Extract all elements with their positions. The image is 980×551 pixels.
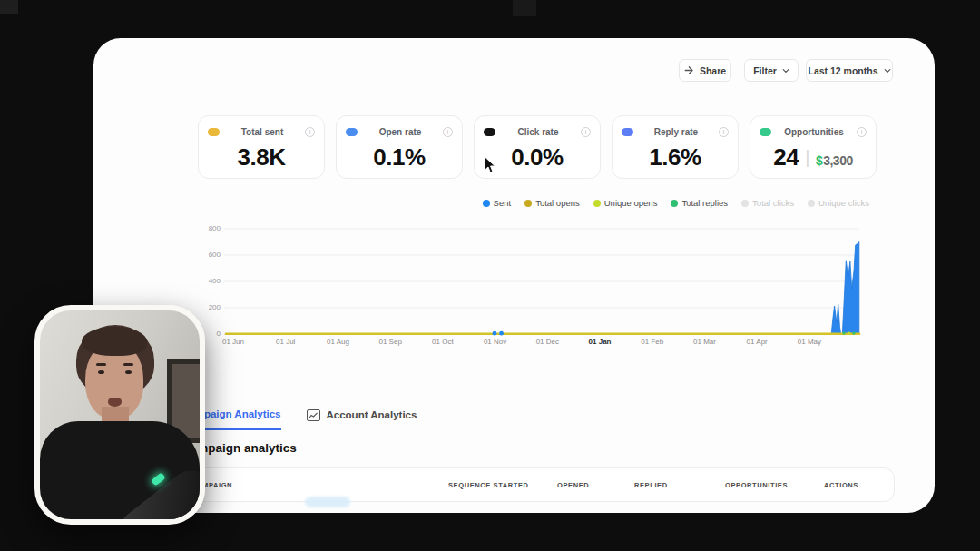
reply-rate-icon: [622, 128, 633, 136]
presenter-brow: [123, 363, 133, 366]
stat-label: Open rate: [358, 127, 443, 137]
info-icon[interactable]: i: [305, 127, 315, 137]
presenter-eye: [98, 370, 104, 374]
x-tick: 01 Mar: [681, 338, 727, 346]
legend-label: Total replies: [681, 198, 728, 208]
legend-label: Total opens: [535, 198, 580, 208]
column-header-replied: REPLIED: [634, 481, 668, 489]
x-tick: 01 Apr: [734, 338, 779, 346]
legend-item-total-replies[interactable]: Total replies: [671, 198, 728, 208]
info-icon[interactable]: i: [857, 127, 867, 137]
webcam-overlay: [34, 305, 205, 525]
stat-label: Total sent: [220, 127, 305, 137]
x-tick: 01 May: [787, 338, 832, 346]
legend-item-total-opens[interactable]: Total opens: [524, 198, 580, 208]
y-tick: 0: [217, 330, 220, 338]
info-icon[interactable]: i: [581, 127, 591, 137]
info-icon[interactable]: i: [719, 127, 729, 137]
stat-card-total-sent: Total sent i 3.8K: [198, 115, 325, 179]
x-tick: 01 Oct: [420, 338, 466, 346]
presenter-eye: [125, 370, 132, 374]
analytics-tabs: Campaign Analytics Account Analytics: [181, 408, 416, 430]
x-tick: 01 Jul: [263, 338, 309, 346]
stat-value: 0.1%: [337, 143, 462, 172]
legend-dot-icon: [671, 200, 678, 207]
x-tick: 01 Dec: [524, 338, 570, 346]
legend-dot-icon: [808, 200, 815, 207]
opportunities-amount: 3,300: [823, 153, 853, 168]
share-button[interactable]: Share: [679, 59, 731, 82]
click-rate-icon: [484, 128, 495, 136]
filter-button[interactable]: Filter: [744, 59, 799, 82]
stat-card-opportunities: Opportunities i 24 | $3,300: [750, 115, 877, 179]
x-tick: 01 Jun: [211, 338, 256, 346]
legend-dot-icon: [483, 200, 490, 207]
legend-label: Sent: [494, 198, 512, 208]
tab-account-analytics[interactable]: Account Analytics: [307, 409, 417, 430]
legend-label: Total clicks: [752, 198, 794, 208]
campaign-analytics-chart: 800 600 400 200 0 01 Jun 01 Jul 01 Aug 0…: [93, 220, 935, 351]
legend-dot-icon: [741, 200, 749, 207]
filter-button-label: Filter: [753, 65, 777, 76]
stat-card-reply-rate: Reply rate i 1.6%: [612, 115, 739, 179]
presenter-brow: [96, 363, 106, 366]
stat-card-open-rate: Open rate i 0.1%: [336, 115, 463, 179]
legend-item-unique-clicks[interactable]: Unique clicks: [808, 198, 869, 208]
stat-label: Click rate: [495, 127, 581, 137]
legend-label: Unique clicks: [818, 198, 869, 208]
opportunities-icon: [760, 128, 771, 136]
date-range-label: Last 12 months: [808, 65, 877, 76]
date-range-select[interactable]: Last 12 months: [806, 59, 893, 82]
info-icon[interactable]: i: [443, 127, 453, 137]
legend-item-sent[interactable]: Sent: [483, 198, 512, 208]
x-axis-labels: 01 Jun 01 Jul 01 Aug 01 Sep 01 Oct 01 No…: [224, 338, 868, 350]
legend-item-unique-opens[interactable]: Unique opens: [593, 198, 658, 208]
y-tick: 200: [209, 303, 220, 311]
stat-label: Reply rate: [633, 127, 719, 137]
line-chart-icon: [307, 409, 320, 421]
chevron-down-icon: [782, 67, 789, 74]
x-tick: 01 Aug: [315, 338, 360, 346]
column-header-sequence-started: SEQUENCE STARTED: [448, 481, 529, 489]
stat-label: Opportunities: [771, 127, 857, 137]
currency-symbol: $: [816, 153, 822, 168]
stat-value: 1.6%: [612, 143, 738, 172]
open-rate-icon: [346, 128, 358, 136]
legend-dot-icon: [524, 200, 532, 207]
screen-top-notch: [513, 0, 536, 16]
stat-value: 3.8K: [199, 143, 324, 172]
legend-label: Unique opens: [604, 198, 658, 208]
y-tick: 800: [209, 224, 220, 232]
column-header-opened: OPENED: [557, 481, 589, 489]
x-tick: 01 Feb: [630, 338, 675, 346]
x-tick: 01 Sep: [368, 338, 413, 346]
share-button-label: Share: [700, 65, 726, 76]
value-divider: |: [805, 147, 809, 168]
column-header-actions: ACTIONS: [824, 481, 858, 489]
share-icon: [684, 65, 694, 75]
tab-label: Account Analytics: [327, 409, 417, 420]
chevron-down-icon: [884, 67, 891, 74]
column-header-opportunities: OPPORTUNITIES: [725, 481, 788, 489]
sent-series-area: [831, 242, 859, 335]
screen-corner-decoration: [0, 0, 18, 14]
x-tick: 01 Nov: [473, 338, 518, 346]
table-row-highlight: [305, 497, 350, 507]
opportunities-count: 24: [773, 143, 799, 172]
chart-legend: Sent Total opens Unique opens Total repl…: [483, 198, 869, 208]
presenter-hair-fringe: [82, 327, 147, 356]
campaigns-table: CAMPAIGN SEQUENCE STARTED OPENED REPLIED…: [178, 467, 895, 502]
legend-dot-icon: [593, 200, 601, 207]
x-tick: 01 Jan: [577, 338, 622, 346]
send-icon: [208, 128, 220, 136]
presenter-mouth: [108, 398, 122, 407]
analytics-dashboard-window: Share Filter Last 12 months Total sent i…: [93, 38, 935, 513]
mouse-cursor: [484, 156, 496, 178]
y-tick: 600: [209, 251, 220, 259]
chart-plot-area: [224, 225, 863, 339]
legend-item-total-clicks[interactable]: Total clicks: [741, 198, 794, 208]
y-tick: 400: [209, 277, 220, 285]
